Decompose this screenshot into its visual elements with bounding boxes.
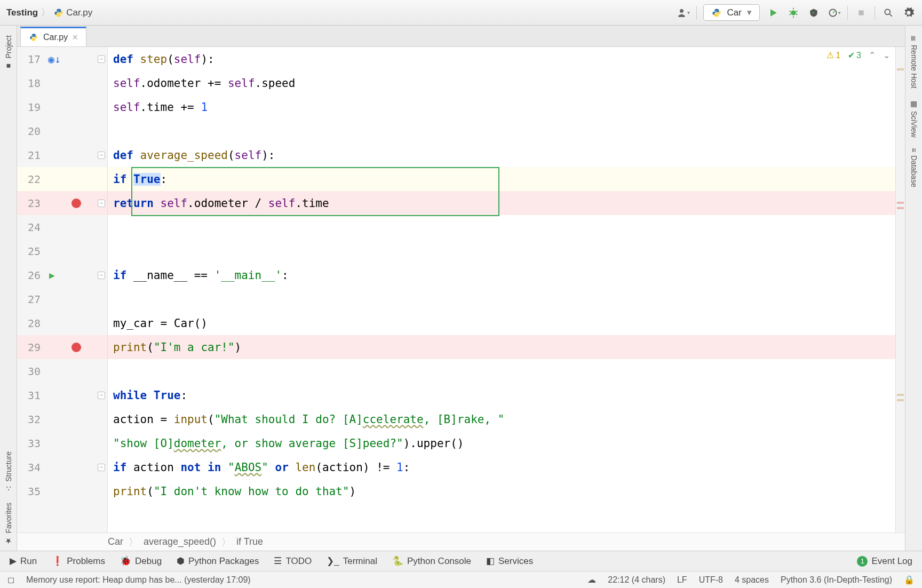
crumb[interactable]: average_speed() bbox=[144, 536, 216, 547]
cursor-position[interactable]: 22:12 (4 chars) bbox=[608, 575, 665, 585]
breakpoint-icon[interactable] bbox=[71, 343, 81, 352]
strip-error-mark[interactable] bbox=[897, 207, 904, 209]
code-line[interactable]: while True: bbox=[108, 383, 895, 407]
line-number[interactable]: 35 bbox=[17, 485, 45, 498]
code-line[interactable] bbox=[108, 359, 895, 383]
close-icon[interactable]: ✕ bbox=[72, 33, 78, 42]
code-line[interactable]: self.time += 1 bbox=[108, 95, 895, 119]
code-editor[interactable]: def step(self): self.odometer += self.sp… bbox=[108, 47, 895, 533]
code-line[interactable] bbox=[108, 239, 895, 263]
line-number[interactable]: 32 bbox=[17, 413, 45, 426]
code-line[interactable]: def step(self): bbox=[108, 47, 895, 71]
line-number[interactable]: 31 bbox=[17, 389, 45, 402]
line-number[interactable]: 34 bbox=[17, 461, 45, 474]
indent-settings[interactable]: 4 spaces bbox=[735, 575, 769, 585]
code-line[interactable]: print("I don't know how to do that") bbox=[108, 479, 895, 503]
code-line[interactable] bbox=[108, 215, 895, 239]
crumb[interactable]: Car bbox=[108, 536, 123, 547]
line-number[interactable]: 26 bbox=[17, 269, 45, 282]
code-line[interactable]: if action not in "ABOS" or len(action) !… bbox=[108, 455, 895, 479]
code-line[interactable]: if __name__ == '__main__': bbox=[108, 263, 895, 287]
override-icon[interactable]: ◉↓ bbox=[48, 53, 61, 66]
line-number[interactable]: 17 bbox=[17, 53, 45, 66]
line-number[interactable]: 22 bbox=[17, 173, 45, 186]
fold-icon[interactable]: − bbox=[98, 464, 105, 471]
line-number[interactable]: 21 bbox=[17, 149, 45, 162]
problems-tool-window[interactable]: ❗Problems bbox=[52, 555, 105, 567]
nav-breadcrumb[interactable]: Testing 〉 Car.py bbox=[6, 6, 92, 19]
code-line[interactable]: my_car = Car() bbox=[108, 311, 895, 335]
background-tasks-icon[interactable]: ☁ bbox=[587, 575, 596, 585]
code-line[interactable]: "show [O]dometer, or show average [S]pee… bbox=[108, 431, 895, 455]
crumb[interactable]: if True bbox=[236, 536, 263, 547]
line-number[interactable]: 18 bbox=[17, 77, 45, 90]
python-packages-tool-window[interactable]: ⬢Python Packages bbox=[177, 555, 259, 567]
file-encoding[interactable]: UTF-8 bbox=[699, 575, 723, 585]
code-line[interactable] bbox=[108, 287, 895, 311]
debug-tool-window[interactable]: 🐞Debug bbox=[120, 555, 162, 567]
code-line[interactable] bbox=[108, 119, 895, 143]
debug-button[interactable] bbox=[786, 6, 800, 20]
editor-body[interactable]: ⚠1 ✔3 ⌃ ⌄ 17◉↓− 18 19 20 21− 22 23− 24 2… bbox=[17, 47, 905, 533]
fold-icon[interactable]: − bbox=[98, 392, 105, 399]
code-line[interactable]: if True: bbox=[108, 167, 895, 191]
run-gutter-icon[interactable]: ▶ bbox=[49, 269, 55, 281]
database-tab[interactable]: ≡ Database bbox=[908, 142, 920, 193]
breadcrumb-project[interactable]: Testing bbox=[6, 7, 38, 18]
structure-tool-tab[interactable]: ⛬ Structure bbox=[2, 446, 15, 498]
line-number[interactable]: 25 bbox=[17, 245, 45, 258]
strip-error-mark[interactable] bbox=[897, 202, 904, 204]
remote-host-tab[interactable]: ≣ Remote Host bbox=[908, 30, 920, 94]
search-button[interactable] bbox=[881, 6, 895, 20]
breakpoint-icon[interactable] bbox=[71, 198, 81, 208]
fold-icon[interactable]: − bbox=[98, 55, 105, 63]
code-line[interactable]: action = input("What should I do? [A]cce… bbox=[108, 407, 895, 431]
strip-warning-mark[interactable] bbox=[897, 399, 904, 401]
breadcrumb-file[interactable]: Car.py bbox=[53, 7, 92, 18]
line-number[interactable]: 29 bbox=[17, 341, 45, 354]
favorites-tool-tab[interactable]: ★ Favorites bbox=[2, 497, 15, 551]
todo-tool-window[interactable]: ☰TODO bbox=[274, 555, 312, 567]
code-line[interactable]: return self.odometer / self.time bbox=[108, 191, 895, 215]
python-interpreter[interactable]: Python 3.6 (In-Depth-Testing) bbox=[781, 575, 892, 585]
run-tool-window[interactable]: ▶Run bbox=[10, 555, 37, 567]
chevron-right-icon: 〉 bbox=[221, 536, 231, 549]
settings-button[interactable] bbox=[902, 6, 916, 20]
status-message[interactable]: Memory use report: Heap dump has be... (… bbox=[26, 575, 251, 585]
editor-tab[interactable]: Car.py ✕ bbox=[20, 27, 86, 46]
services-tool-window[interactable]: ◧Services bbox=[486, 555, 533, 567]
line-number[interactable]: 30 bbox=[17, 365, 45, 378]
event-count-badge: 1 bbox=[857, 556, 868, 567]
line-number[interactable]: 33 bbox=[17, 437, 45, 450]
run-button[interactable] bbox=[766, 6, 780, 20]
terminal-tool-window[interactable]: ❯_Terminal bbox=[327, 555, 377, 567]
line-number[interactable]: 20 bbox=[17, 125, 45, 138]
coverage-button[interactable] bbox=[807, 6, 821, 20]
gutter[interactable]: 17◉↓− 18 19 20 21− 22 23− 24 25 26▶− 27 … bbox=[17, 47, 108, 533]
fold-icon[interactable]: − bbox=[98, 272, 105, 279]
project-tool-tab[interactable]: ■ Project bbox=[2, 30, 15, 76]
line-number[interactable]: 19 bbox=[17, 101, 45, 114]
sciview-tab[interactable]: ▦ SciView bbox=[908, 94, 920, 143]
event-log-tool-window[interactable]: 1Event Log bbox=[857, 556, 912, 567]
fold-icon[interactable]: − bbox=[98, 200, 105, 207]
user-icon[interactable]: ▾ bbox=[676, 6, 690, 20]
strip-warning-mark[interactable] bbox=[897, 394, 904, 396]
tool-window-toggle-icon[interactable]: ◻ bbox=[7, 575, 14, 585]
code-line[interactable]: print("I'm a car!") bbox=[108, 335, 895, 359]
lock-icon[interactable]: 🔒 bbox=[904, 575, 915, 585]
error-strip[interactable] bbox=[895, 47, 905, 533]
code-line[interactable]: self.odometer += self.speed bbox=[108, 71, 895, 95]
line-number[interactable]: 28 bbox=[17, 317, 45, 330]
profile-button[interactable]: ▾ bbox=[827, 6, 841, 20]
line-number[interactable]: 24 bbox=[17, 221, 45, 234]
strip-warning-mark[interactable] bbox=[897, 68, 904, 70]
code-line[interactable]: def average_speed(self): bbox=[108, 143, 895, 167]
editor-breadcrumbs[interactable]: Car 〉 average_speed() 〉 if True bbox=[17, 533, 905, 551]
run-config-selector[interactable]: Car ▾ bbox=[703, 4, 760, 21]
python-console-tool-window[interactable]: 🐍Python Console bbox=[392, 555, 471, 567]
line-separator[interactable]: LF bbox=[677, 575, 687, 585]
line-number[interactable]: 23 bbox=[17, 197, 45, 210]
line-number[interactable]: 27 bbox=[17, 293, 45, 306]
fold-icon[interactable]: − bbox=[98, 152, 105, 159]
